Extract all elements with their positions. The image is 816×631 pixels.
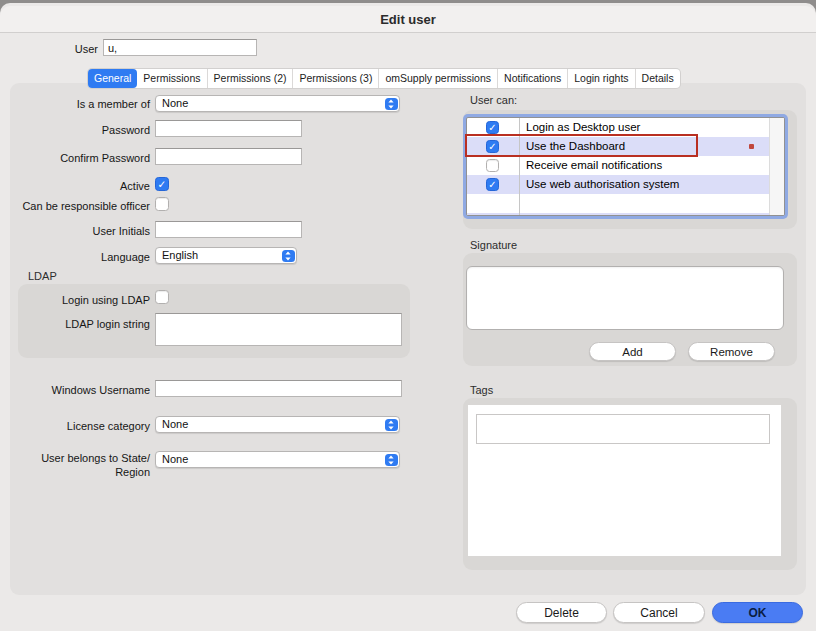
permission-label: Use the Dashboard	[526, 137, 625, 156]
ldap-login-string-label: LDAP login string	[10, 317, 150, 331]
permission-checkbox[interactable]	[486, 178, 499, 191]
list-column-divider	[519, 118, 520, 215]
screen: Edit user User General Permissions Permi…	[0, 0, 816, 631]
user-input[interactable]	[103, 39, 257, 56]
member-of-select[interactable]: None	[155, 95, 400, 112]
edit-user-dialog: Edit user User General Permissions Permi…	[0, 3, 816, 631]
ok-button[interactable]: OK	[712, 602, 803, 623]
dropdown-stepper-icon	[385, 98, 398, 110]
license-category-select[interactable]: None	[155, 416, 400, 433]
login-using-ldap-label: Login using LDAP	[10, 293, 150, 307]
tags-input[interactable]	[476, 414, 770, 444]
confirm-password-label: Confirm Password	[10, 151, 150, 165]
state-region-value: None	[162, 453, 188, 465]
responsible-officer-checkbox[interactable]	[155, 197, 169, 211]
cancel-button[interactable]: Cancel	[613, 602, 705, 623]
language-select[interactable]: English	[155, 247, 297, 264]
tab-general[interactable]: General	[88, 69, 137, 88]
language-value: English	[162, 249, 198, 261]
signature-preview-area	[466, 266, 784, 330]
permission-checkbox[interactable]	[486, 121, 499, 134]
ldap-group-label: LDAP	[28, 270, 57, 283]
list-item-empty[interactable]	[467, 213, 784, 216]
ldap-login-string-input[interactable]	[155, 313, 402, 346]
user-can-list: Login as Desktop user Use the Dashboard …	[466, 117, 785, 216]
tab-omsupply-permissions[interactable]: omSupply permissions	[378, 69, 497, 88]
tab-login-rights[interactable]: Login rights	[567, 69, 634, 88]
tab-permissions-2[interactable]: Permissions (2)	[207, 69, 293, 88]
list-item-use-web-authorisation-system[interactable]: Use web authorisation system	[467, 175, 784, 194]
list-item-receive-email-notifications[interactable]: Receive email notifications	[467, 156, 784, 175]
tab-details[interactable]: Details	[635, 69, 680, 88]
dialog-title: Edit user	[380, 12, 436, 27]
password-input[interactable]	[155, 120, 302, 137]
annotation-dot	[749, 144, 754, 149]
list-item-empty[interactable]	[467, 194, 784, 213]
member-of-label: Is a member of	[10, 97, 150, 111]
user-can-label: User can:	[470, 94, 517, 107]
signature-add-button[interactable]: Add	[589, 342, 676, 361]
license-category-value: None	[162, 418, 188, 430]
user-can-rows: Login as Desktop user Use the Dashboard …	[467, 118, 784, 216]
permission-label: Login as Desktop user	[526, 118, 640, 137]
tags-label: Tags	[470, 384, 493, 397]
list-item-use-the-dashboard[interactable]: Use the Dashboard	[467, 137, 784, 156]
signature-remove-button[interactable]: Remove	[688, 342, 775, 361]
user-initials-input[interactable]	[155, 221, 302, 238]
tab-permissions[interactable]: Permissions	[137, 69, 206, 88]
signature-label: Signature	[470, 239, 517, 252]
dialog-titlebar[interactable]: Edit user	[0, 6, 816, 33]
list-scrollbar[interactable]	[769, 118, 784, 215]
delete-button[interactable]: Delete	[516, 602, 607, 623]
login-using-ldap-checkbox[interactable]	[155, 290, 169, 304]
user-label: User	[10, 42, 98, 56]
state-region-label-line2: Region	[10, 465, 150, 479]
tab-notifications[interactable]: Notifications	[497, 69, 567, 88]
language-label: Language	[10, 250, 150, 264]
state-region-label: User belongs to State/ Region	[10, 451, 150, 479]
list-item-login-as-desktop-user[interactable]: Login as Desktop user	[467, 118, 784, 137]
dropdown-stepper-icon	[282, 250, 295, 262]
active-label: Active	[10, 179, 150, 193]
license-category-label: License category	[10, 419, 150, 433]
member-of-value: None	[162, 97, 188, 109]
windows-username-input[interactable]	[155, 380, 402, 397]
user-initials-label: User Initials	[10, 224, 150, 238]
state-region-select[interactable]: None	[155, 451, 400, 468]
permission-label: Use web authorisation system	[526, 175, 679, 194]
tab-permissions-3[interactable]: Permissions (3)	[292, 69, 378, 88]
active-checkbox[interactable]	[155, 177, 169, 191]
responsible-officer-label: Can be responsible officer	[10, 199, 150, 213]
dropdown-stepper-icon	[385, 454, 398, 466]
password-label: Password	[10, 123, 150, 137]
permission-checkbox[interactable]	[486, 159, 499, 172]
windows-username-label: Windows Username	[10, 383, 150, 397]
permission-checkbox[interactable]	[486, 140, 499, 153]
permission-label: Receive email notifications	[526, 156, 662, 175]
dropdown-stepper-icon	[385, 419, 398, 431]
tab-bar: General Permissions Permissions (2) Perm…	[88, 69, 680, 88]
state-region-label-line1: User belongs to State/	[10, 451, 150, 465]
confirm-password-input[interactable]	[155, 148, 302, 165]
